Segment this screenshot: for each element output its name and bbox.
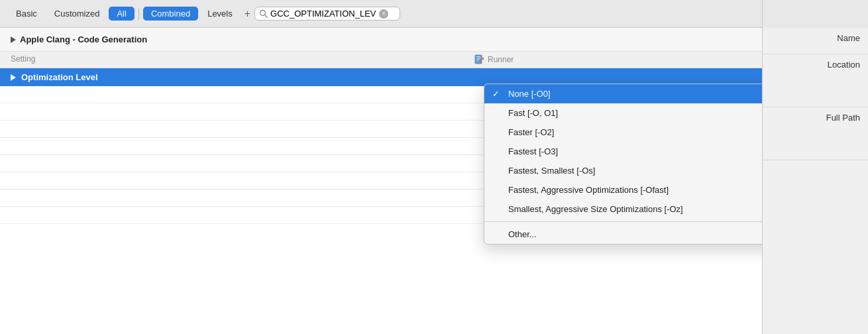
svg-rect-4 <box>476 58 480 59</box>
tab-divider <box>138 8 139 20</box>
dropdown-item-fast[interactable]: Fast [-O, O1] <box>484 103 762 123</box>
dropdown-item-fastest-smallest[interactable]: Fastest, Smallest [-Os] <box>484 161 762 180</box>
svg-point-0 <box>260 11 266 16</box>
dropdown-item-fastest[interactable]: Fastest [-O3] <box>484 142 762 161</box>
section-header: Apple Clang - Code Generation <box>0 28 762 52</box>
svg-rect-5 <box>476 60 479 60</box>
right-panel-location: Location <box>763 54 868 107</box>
right-panel-tab-area <box>762 0 868 28</box>
search-bar: × <box>254 7 400 21</box>
tab-combined[interactable]: Combined <box>143 7 198 21</box>
dropdown-item-none[interactable]: None [-O0] <box>484 84 762 103</box>
runner-icon <box>474 54 484 65</box>
svg-rect-2 <box>475 55 482 64</box>
tab-all[interactable]: All <box>109 7 134 21</box>
build-settings-panel: Apple Clang - Code Generation Setting Ru… <box>0 28 762 334</box>
row-expand-triangle <box>11 74 16 81</box>
search-clear-button[interactable]: × <box>379 9 388 19</box>
right-side-panel: Name Location Full Path <box>762 28 868 334</box>
search-icon <box>259 9 268 18</box>
dropdown-divider <box>484 221 762 222</box>
dropdown-item-other[interactable]: Other... <box>484 225 762 244</box>
column-header-setting: Setting <box>11 54 474 65</box>
right-panel-name: Name <box>763 28 868 54</box>
dropdown-item-fastest-aggressive[interactable]: Fastest, Aggressive Optimizations [-Ofas… <box>484 180 762 199</box>
dropdown-item-faster[interactable]: Faster [-O2] <box>484 123 762 142</box>
section-title: Apple Clang - Code Generation <box>20 34 147 44</box>
tab-levels[interactable]: Levels <box>199 7 241 21</box>
optimization-dropdown: None [-O0] Fast [-O, O1] Faster [-O2] Fa… <box>484 84 762 245</box>
search-input[interactable] <box>270 9 376 19</box>
optimization-level-label: Optimization Level <box>21 72 98 82</box>
dropdown-item-smallest-aggressive[interactable]: Smallest, Aggressive Size Optimizations … <box>484 199 762 219</box>
column-header-runner: Runner <box>474 54 514 65</box>
table-header: Setting Runner <box>0 52 762 68</box>
section-collapse-triangle[interactable] <box>11 36 16 43</box>
svg-rect-3 <box>476 56 480 57</box>
add-tab-button[interactable]: + <box>242 8 253 20</box>
right-panel-full-path: Full Path <box>763 107 868 160</box>
svg-line-1 <box>265 15 268 18</box>
tab-customized[interactable]: Customized <box>46 7 108 21</box>
tab-basic[interactable]: Basic <box>8 7 45 21</box>
tab-bar: Basic Customized All Combined Levels + × <box>0 0 762 28</box>
main-content: Apple Clang - Code Generation Setting Ru… <box>0 28 868 334</box>
